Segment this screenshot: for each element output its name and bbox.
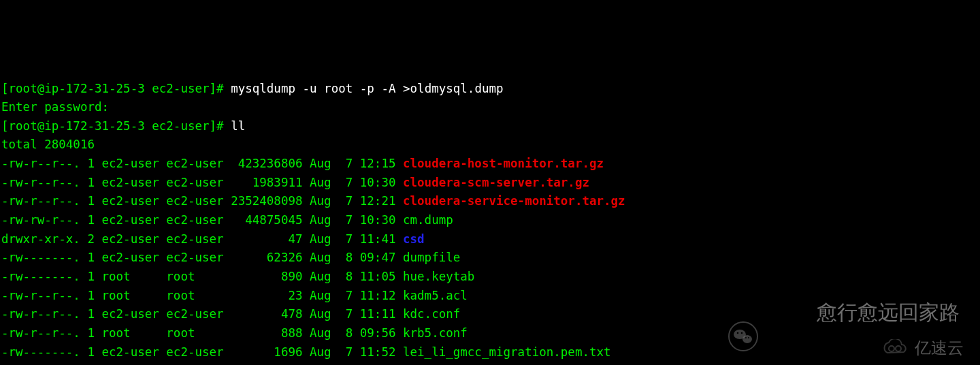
- file-name: kadm5.acl: [403, 289, 468, 302]
- file-name: dumpfile: [403, 251, 460, 264]
- file-meta: -rw-rw-r--. 1 ec2-user ec2-user 44875045…: [1, 213, 403, 227]
- prompt-line: [root@ip-172-31-25-3 ec2-user]# ll: [1, 117, 979, 136]
- command: ll: [231, 119, 245, 133]
- file-row: -rw-------. 1 ec2-user ec2-user 62326 Au…: [1, 249, 979, 268]
- file-row: -rw-r--r--. 1 ec2-user ec2-user 1983911 …: [1, 174, 979, 193]
- password-prompt: Enter password:: [1, 98, 979, 117]
- file-name: krb5.conf: [403, 326, 468, 340]
- file-name: kdc.conf: [403, 307, 460, 321]
- file-row: drwxr-xr-x. 2 ec2-user ec2-user 47 Aug 7…: [1, 230, 979, 249]
- file-meta: -rw-r--r--. 1 root root 23 Aug 7 11:12: [1, 289, 403, 302]
- command: mysqldump -u root -p -A >oldmysql.dump: [231, 82, 503, 95]
- total-line: total 2804016: [1, 136, 979, 155]
- file-meta: drwxr-xr-x. 2 ec2-user ec2-user 47 Aug 7…: [1, 232, 403, 246]
- file-row: -rw-rw-r--. 1 ec2-user ec2-user 44875045…: [1, 211, 979, 230]
- file-name: cloudera-service-monitor.tar.gz: [403, 194, 625, 208]
- file-row: -rwxrwxr-x. 1 ec2-user ec2-user 960372 A…: [1, 362, 979, 365]
- file-row: -rw-------. 1 root root 890 Aug 8 11:05 …: [1, 268, 979, 287]
- file-meta: -rw-r--r--. 1 root root 888 Aug 8 09:56: [1, 326, 403, 340]
- file-meta: -rw-------. 1 root root 890 Aug 8 11:05: [1, 270, 403, 283]
- file-name: lei_li_gmcc_migration.pem.txt: [403, 345, 611, 359]
- file-meta: -rw-r--r--. 1 ec2-user ec2-user 478 Aug …: [1, 307, 403, 321]
- file-meta: -rw-------. 1 ec2-user ec2-user 1696 Aug…: [1, 345, 403, 359]
- file-row: -rw-------. 1 ec2-user ec2-user 1696 Aug…: [1, 343, 979, 362]
- prompt-line: [root@ip-172-31-25-3 ec2-user]# mysqldum…: [1, 80, 979, 99]
- file-row: -rw-r--r--. 1 ec2-user ec2-user 23524080…: [1, 192, 979, 211]
- file-meta: -rw-r--r--. 1 ec2-user ec2-user 42323680…: [1, 157, 403, 170]
- file-meta: -rw-------. 1 ec2-user ec2-user 62326 Au…: [1, 251, 403, 264]
- file-row: -rw-r--r--. 1 root root 23 Aug 7 11:12 k…: [1, 287, 979, 306]
- file-name: csd: [403, 232, 425, 246]
- file-name: cloudera-scm-server.tar.gz: [403, 176, 589, 189]
- file-meta: -rw-r--r--. 1 ec2-user ec2-user 23524080…: [1, 194, 403, 208]
- file-meta: -rw-r--r--. 1 ec2-user ec2-user 1983911 …: [1, 176, 403, 189]
- file-row: -rw-r--r--. 1 root root 888 Aug 8 09:56 …: [1, 324, 979, 343]
- file-row: -rw-r--r--. 1 ec2-user ec2-user 478 Aug …: [1, 305, 979, 324]
- file-name: cm.dump: [403, 213, 453, 227]
- file-row: -rw-r--r--. 1 ec2-user ec2-user 42323680…: [1, 155, 979, 174]
- file-name: cloudera-host-monitor.tar.gz: [403, 157, 604, 170]
- terminal-output: [root@ip-172-31-25-3 ec2-user]# mysqldum…: [1, 80, 979, 365]
- file-name: hue.keytab: [403, 270, 474, 283]
